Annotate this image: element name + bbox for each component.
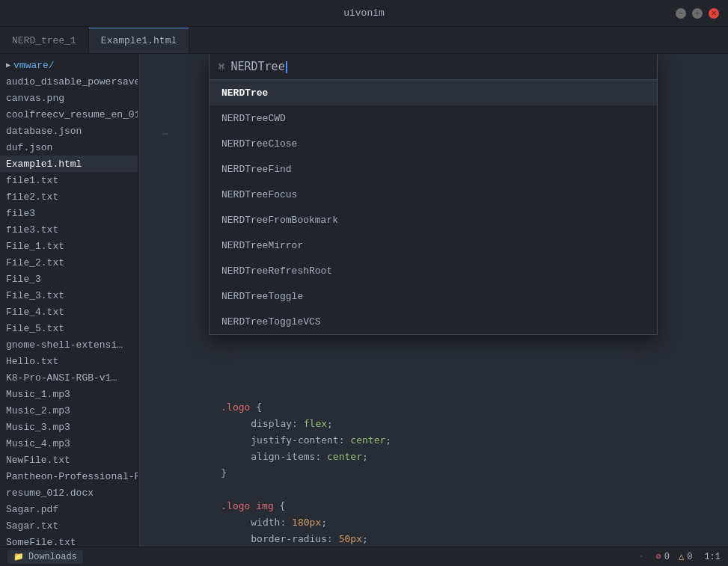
titlebar-controls: − + ✕ [676, 8, 719, 19]
code-line: border-radius: 50px; [138, 530, 728, 547]
filetree-item-label: File_4.txt [6, 307, 64, 318]
error-icon: ⊘ [656, 551, 661, 562]
command-item-label: NERDTree [221, 87, 268, 99]
list-item[interactable]: audio_disable_powersave.conf [0, 73, 138, 90]
list-item[interactable]: Music_2.mp3 [0, 402, 138, 419]
command-item-label: NERDTreeCWD [221, 113, 286, 124]
statusbar-folder-label: Downloads [28, 552, 77, 562]
command-item-nerdtreerefreshroot[interactable]: NERDTreeRefreshRoot [209, 258, 657, 283]
tab-nerd-tree-label: NERD_tree_1 [12, 35, 76, 46]
maximize-button[interactable]: + [692, 8, 703, 19]
list-item[interactable]: File_5.txt [0, 320, 138, 336]
filetree-item-label: Sagar.pdf [6, 504, 58, 515]
statusbar-folder[interactable]: 📁 Downloads [7, 550, 83, 564]
list-item[interactable]: gnome-shell-extensi… [0, 336, 138, 353]
filetree-item-label: database.json [6, 126, 82, 137]
list-item-example-html[interactable]: Example1.html [0, 156, 138, 172]
list-item[interactable]: database.json [0, 123, 138, 139]
list-item[interactable]: file1.txt [0, 172, 138, 188]
command-item-label: NERDTreeRefreshRoot [221, 265, 332, 277]
error-count-group: ⊘ 0 [656, 551, 670, 562]
command-item-nerdtreetogglevcs[interactable]: NERDTreeToggleVCS [209, 309, 657, 334]
close-button[interactable]: ✕ [709, 8, 719, 19]
warning-count-group: △ 0 [679, 551, 692, 562]
status-icons: ⊘ 0 △ 0 [656, 551, 693, 562]
filetree-item-label: File_2.txt [6, 257, 64, 268]
list-item[interactable]: File_1.txt [0, 238, 138, 254]
filetree-item-label: Music_2.mp3 [6, 405, 70, 416]
statusbar-left: 📁 Downloads [7, 550, 83, 564]
list-item[interactable]: file3.txt [0, 221, 138, 238]
list-item[interactable]: NewFile.txt [0, 452, 138, 468]
folder-icon: 📁 [13, 552, 24, 562]
list-item[interactable]: File_4.txt [0, 304, 138, 320]
filetree-item-label: file2.txt [6, 191, 58, 203]
command-palette[interactable]: ⌘ NERDTree NERDTree NERDTreeCWD NERDTree… [209, 54, 658, 335]
command-item-nerdtreefocus[interactable]: NERDTreeFocus [209, 182, 657, 207]
filetree-item-label: Sagar.txt [6, 520, 58, 532]
command-prefix-icon: ⌘ [218, 61, 224, 73]
filetree-item-label: Hello.txt [6, 356, 58, 367]
filetree-item-label: file3.txt [6, 224, 58, 236]
filetree-item-label: Pantheon-Professional-Resume-… [6, 471, 138, 482]
command-item-nerdtreetoggle[interactable]: NERDTreeToggle [209, 283, 657, 309]
command-item-nerdtree[interactable]: NERDTree [209, 80, 657, 105]
list-item[interactable]: canvas.png [0, 90, 138, 106]
list-item[interactable]: File_2.txt [0, 254, 138, 271]
list-item[interactable]: SomeFile.txt [0, 534, 138, 547]
list-item[interactable]: Music_3.mp3 [0, 419, 138, 435]
statusbar: 📁 Downloads · ⊘ 0 △ 0 1:1 [0, 547, 728, 566]
titlebar-title: uivonim [343, 7, 385, 19]
list-item[interactable]: K8-Pro-ANSI-RGB-v1… [0, 369, 138, 386]
folder-arrow-icon: ▶ [6, 61, 10, 70]
filetree-item-label: vmware/ [13, 60, 55, 71]
command-item-label: NERDTreeToggleVCS [221, 316, 321, 327]
list-item[interactable]: Pantheon-Professional-Resume-… [0, 468, 138, 485]
filetree-item-label: File_3.txt [6, 290, 64, 301]
command-item-nerdtreemirror[interactable]: NERDTreeMirror [209, 233, 657, 258]
code-editor[interactable]: .navbar { display: flex; align-items: ce… [138, 54, 728, 547]
statusbar-separator: · [638, 552, 643, 562]
filetree-item-label: SomeFile.txt [6, 537, 76, 547]
tab-nerd-tree[interactable]: NERD_tree_1 [0, 28, 89, 53]
list-item[interactable]: File_3.txt [0, 287, 138, 304]
tab-example-html-label: Example1.html [101, 35, 177, 46]
minimize-button[interactable]: − [676, 8, 686, 19]
list-item[interactable]: file2.txt [0, 188, 138, 205]
command-input-text[interactable]: NERDTree [230, 60, 648, 73]
filetree-item-label: file3 [6, 208, 35, 219]
filetree-item-label: gnome-shell-extensi… [6, 339, 123, 351]
command-input-value: NERDTree [230, 60, 284, 73]
command-item-nerdtreefrombookmark[interactable]: NERDTreeFromBookmark [209, 207, 657, 233]
bottom-code-area: .logo { display: flex; justify-content: … [138, 399, 728, 547]
list-item[interactable]: Sagar.pdf [0, 501, 138, 517]
command-item-nerdtreeclose[interactable]: NERDTreeClose [209, 131, 657, 156]
filetree-item-label: Music_4.mp3 [6, 438, 70, 449]
command-item-nerdtreecwd[interactable]: NERDTreeCWD [209, 105, 657, 131]
list-item[interactable]: Sagar.txt [0, 517, 138, 534]
filetree-item-label: K8-Pro-ANSI-RGB-v1… [6, 372, 117, 384]
filetree[interactable]: ▶ vmware/ audio_disable_powersave.conf c… [0, 54, 138, 547]
command-cursor [286, 61, 287, 73]
list-item[interactable]: File_3 [0, 271, 138, 287]
warning-icon: △ [679, 551, 684, 562]
list-item[interactable]: Music_1.mp3 [0, 386, 138, 402]
filetree-item-label: file1.txt [6, 175, 58, 186]
command-item-nerdtreefind[interactable]: NERDTreeFind [209, 156, 657, 182]
list-item[interactable]: Hello.txt [0, 353, 138, 369]
filetree-item-label: Music_1.mp3 [6, 389, 70, 400]
command-item-label: NERDTreeFocus [221, 189, 297, 200]
filetree-item-label: NewFile.txt [6, 455, 70, 466]
code-line: align-items: center; [138, 448, 728, 464]
filetree-item-label: File_5.txt [6, 323, 64, 334]
list-item[interactable]: Music_4.mp3 [0, 435, 138, 452]
tab-example-html[interactable]: Example1.html [89, 28, 189, 53]
list-item[interactable]: coolfreecv_resume_en_01.doc [0, 106, 138, 123]
filetree-item-label: File_3 [6, 274, 41, 285]
tabsbar: NERD_tree_1 Example1.html [0, 27, 728, 54]
list-item[interactable]: file3 [0, 205, 138, 221]
list-item[interactable]: resume_012.docx [0, 485, 138, 501]
list-item[interactable]: duf.json [0, 139, 138, 156]
filetree-item-vmware[interactable]: ▶ vmware/ [0, 57, 138, 73]
filetree-item-label: Example1.html [6, 159, 82, 170]
